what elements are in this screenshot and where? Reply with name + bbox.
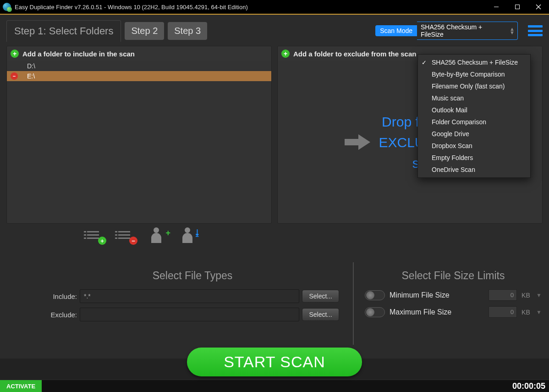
min-size-label: Minimum File Size xyxy=(390,291,484,299)
scan-mode-option[interactable]: ✓SHA256 Checksum + FileSize xyxy=(418,56,530,68)
activate-button[interactable]: ACTIVATE xyxy=(0,380,42,392)
bottom-bar: ACTIVATE 00:00:05 xyxy=(0,380,549,392)
scan-mode-option-label: Empty Folders xyxy=(432,154,473,161)
remove-from-list-icon[interactable]: − xyxy=(118,230,137,243)
scan-mode-option[interactable]: Filename Only (fast scan) xyxy=(418,80,530,92)
scan-mode-group: Scan Mode SHA256 Checksum + FileSize ▲▼ xyxy=(375,22,518,40)
app-icon xyxy=(3,3,11,11)
menu-hamburger-icon[interactable] xyxy=(528,25,543,36)
import-profile-icon[interactable]: ⭳ xyxy=(181,230,199,243)
scan-mode-option-label: SHA256 Checksum + FileSize xyxy=(432,59,518,66)
scan-mode-option-label: Google Drive xyxy=(432,130,469,138)
scan-mode-option-label: Folder Comparison xyxy=(432,118,486,126)
check-icon: ✓ xyxy=(422,59,427,66)
exclude-panel-title: Add a folder to exclude from the scan xyxy=(293,50,416,58)
vertical-divider xyxy=(353,262,354,345)
folder-path: D:\ xyxy=(27,62,35,70)
window-titlebar: Easy Duplicate Finder v7.26.0.51 - Windo… xyxy=(0,0,549,15)
updown-icon: ▲▼ xyxy=(510,27,515,34)
scan-mode-option-label: Music scan xyxy=(432,94,464,102)
arrow-right-icon xyxy=(345,134,370,150)
max-size-toggle[interactable] xyxy=(365,307,385,317)
top-row: Step 1: Select Folders Step 2 Step 3 Sca… xyxy=(0,15,549,42)
maximize-button[interactable] xyxy=(507,0,528,14)
scan-mode-option[interactable]: Outlook Mail xyxy=(418,104,530,116)
scan-mode-dropdown[interactable]: ✓SHA256 Checksum + FileSizeByte-by-Byte … xyxy=(417,54,531,178)
min-size-unit: KB xyxy=(522,292,532,299)
max-size-input[interactable] xyxy=(489,306,517,318)
min-size-unit-arrow-icon[interactable]: ▼ xyxy=(536,292,542,298)
scan-mode-option[interactable]: Google Drive xyxy=(418,128,530,140)
min-size-toggle[interactable] xyxy=(365,290,385,300)
add-to-list-icon[interactable]: + xyxy=(87,230,105,243)
add-profile-icon[interactable]: + xyxy=(149,230,168,243)
scan-mode-select[interactable]: SHA256 Checksum + FileSize ▲▼ xyxy=(417,22,518,40)
max-size-label: Maximum File Size xyxy=(390,308,484,316)
include-panel-header: + Add a folder to include in the scan xyxy=(7,46,271,61)
scan-mode-option-label: Outlook Mail xyxy=(432,106,467,114)
exclude-input[interactable] xyxy=(80,308,299,321)
max-size-unit: KB xyxy=(522,309,532,316)
include-select-button[interactable]: Select... xyxy=(302,290,339,303)
include-panel-title: Add a folder to include in the scan xyxy=(22,50,135,58)
exclude-select-button[interactable]: Select... xyxy=(302,308,339,321)
scan-mode-option[interactable]: Dropbox Scan xyxy=(418,140,530,152)
scan-mode-option[interactable]: Empty Folders xyxy=(418,152,530,164)
scan-mode-option[interactable]: Music scan xyxy=(418,92,530,104)
scan-mode-option-label: OneDrive Scan xyxy=(432,166,475,173)
max-size-unit-arrow-icon[interactable]: ▼ xyxy=(536,309,542,315)
scan-mode-option-label: Dropbox Scan xyxy=(432,142,472,149)
filetypes-title: Select File Types xyxy=(46,270,339,282)
exclude-label: Exclude: xyxy=(46,311,77,319)
include-folder-item[interactable]: D:\ xyxy=(7,61,271,71)
window-title: Easy Duplicate Finder v7.26.0.51 - Windo… xyxy=(15,4,248,11)
scan-mode-option-label: Filename Only (fast scan) xyxy=(432,83,505,90)
tab-step1[interactable]: Step 1: Select Folders xyxy=(6,20,121,42)
include-folder-item[interactable]: −E:\ xyxy=(7,71,271,81)
start-scan-button[interactable]: START SCAN xyxy=(187,348,362,376)
scan-mode-option-label: Byte-by-Byte Comparison xyxy=(432,71,505,78)
include-folder-list[interactable]: D:\−E:\ xyxy=(7,61,271,223)
include-input[interactable] xyxy=(80,289,299,303)
scan-mode-label: Scan Mode xyxy=(375,25,417,36)
close-button[interactable] xyxy=(528,0,549,14)
add-include-folder-icon[interactable]: + xyxy=(11,50,19,58)
add-exclude-folder-icon[interactable]: + xyxy=(281,50,290,58)
scan-mode-selected: SHA256 Checksum + FileSize xyxy=(421,23,505,38)
scan-mode-option[interactable]: Folder Comparison xyxy=(418,116,530,128)
minimize-button[interactable] xyxy=(486,0,507,14)
include-panel: + Add a folder to include in the scan D:… xyxy=(6,46,272,224)
window-controls xyxy=(486,0,549,14)
svg-marker-4 xyxy=(345,134,370,150)
filetypes-section: Select File Types Include: Select... Exc… xyxy=(46,270,339,326)
scan-mode-option[interactable]: OneDrive Scan xyxy=(418,164,530,176)
tab-step3[interactable]: Step 3 xyxy=(168,22,207,40)
folder-toolbar: + − + ⭳ xyxy=(0,224,549,246)
remove-folder-icon[interactable]: − xyxy=(11,72,18,80)
folder-path: E:\ xyxy=(27,72,35,80)
sizelimits-title: Select File Size Limits xyxy=(365,270,542,282)
svg-rect-1 xyxy=(516,5,520,9)
sizelimits-section: Select File Size Limits Minimum File Siz… xyxy=(365,270,542,323)
start-row: START SCAN xyxy=(0,348,549,376)
scan-mode-option[interactable]: Byte-by-Byte Comparison xyxy=(418,68,530,80)
min-size-input[interactable] xyxy=(489,289,517,301)
elapsed-timer: 00:00:05 xyxy=(512,381,545,391)
include-label: Include: xyxy=(46,293,77,300)
tab-step2[interactable]: Step 2 xyxy=(125,22,164,40)
